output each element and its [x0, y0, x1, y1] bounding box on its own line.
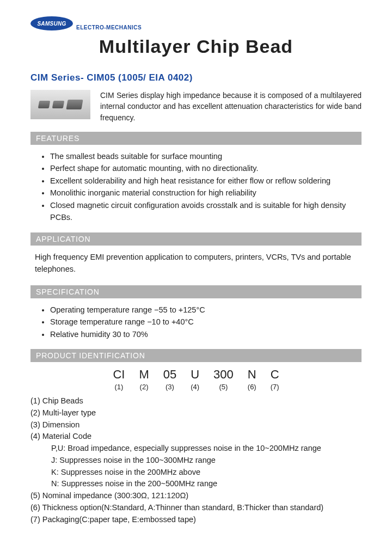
list-item: Monolithic inorganic material constructi… — [50, 187, 362, 199]
list-item: The smallest beads suitable for surface … — [50, 150, 362, 162]
legend-line: (2) Multi-layer type — [30, 407, 362, 419]
code-segment: 05(3) — [163, 368, 176, 391]
section-header-product-id: PRODUCT IDENTIFICATION — [30, 349, 362, 362]
intro-paragraph: CIM Series display high impedance becaus… — [100, 90, 362, 123]
code-segment: M(2) — [139, 368, 149, 391]
legend-line: (7) Packaging(C:paper tape, E:embossed t… — [30, 514, 362, 526]
page-title: Multilayer Chip Bead — [30, 36, 362, 57]
list-item: Storage temperature range −10 to +40°C — [50, 316, 362, 328]
code-segment: N(6) — [248, 368, 256, 391]
code-index: (3) — [163, 383, 176, 391]
product-id-legend: (1) Chip Beads(2) Multi-layer type(3) Di… — [30, 395, 362, 525]
code-index: (4) — [191, 383, 199, 391]
code-index: (1) — [113, 383, 125, 391]
application-text: High frequency EMI prevention applicatio… — [35, 251, 362, 276]
section-header-application: APPLICATION — [30, 232, 362, 246]
logo: SAMSUNG ELECTRO-MECHANICS — [30, 16, 362, 30]
chip-icon — [52, 101, 64, 108]
code-index: (2) — [139, 383, 149, 391]
legend-line: J: Suppresses noise in the 100~300MHz ra… — [30, 455, 362, 467]
legend-line: (5) Nominal impedance (300:30Ω, 121:120Ω… — [30, 490, 362, 502]
code-index: (5) — [213, 383, 234, 391]
code-index: (6) — [248, 383, 256, 391]
chip-icon — [66, 100, 83, 109]
code-big: 300 — [213, 368, 234, 382]
series-subtitle: CIM Series- CIM05 (1005/ EIA 0402) — [30, 72, 362, 83]
legend-line: (1) Chip Beads — [30, 395, 362, 407]
list-item: Excellent solderability and high heat re… — [50, 175, 362, 187]
product-photo — [30, 90, 90, 119]
product-code-row: CI(1) M(2) 05(3) U(4) 300(5) N(6) C(7) — [30, 368, 362, 391]
code-segment: 300(5) — [213, 368, 234, 391]
brand-logo-icon: SAMSUNG — [30, 16, 73, 30]
code-big: CI — [113, 368, 125, 382]
code-big: M — [139, 368, 149, 382]
list-item: Relative humidity 30 to 70% — [50, 328, 362, 340]
code-segment: U(4) — [191, 368, 199, 391]
features-list: The smallest beads suitable for surface … — [30, 150, 362, 224]
legend-line: (6) Thickness option(N:Standard, A:Thinn… — [30, 502, 362, 514]
specification-list: Operating temperature range −55 to +125°… — [30, 304, 362, 340]
legend-line: K: Suppresses noise in the 200MHz above — [30, 467, 362, 479]
code-big: U — [191, 368, 199, 382]
legend-line: (4) Material Code — [30, 431, 362, 443]
code-segment: CI(1) — [113, 368, 125, 391]
section-header-specification: SPECIFICATION — [30, 285, 362, 298]
code-index: (7) — [271, 383, 279, 391]
list-item: Perfect shape for automatic mounting, wi… — [50, 162, 362, 174]
section-header-features: FEATURES — [30, 132, 362, 145]
code-big: N — [248, 368, 256, 382]
brand-division: ELECTRO-MECHANICS — [76, 25, 142, 30]
legend-line: N: Suppresses noise in the 200~500MHz ra… — [30, 478, 362, 490]
list-item: Operating temperature range −55 to +125°… — [50, 304, 362, 316]
legend-line: (3) Dimension — [30, 419, 362, 431]
code-big: C — [271, 368, 279, 382]
list-item: Closed magnetic circuit configuration av… — [50, 199, 362, 224]
code-segment: C(7) — [271, 368, 279, 391]
legend-line: P,U: Broad impedance, especially suppres… — [30, 443, 362, 455]
code-big: 05 — [163, 368, 176, 382]
chip-icon — [38, 101, 50, 108]
